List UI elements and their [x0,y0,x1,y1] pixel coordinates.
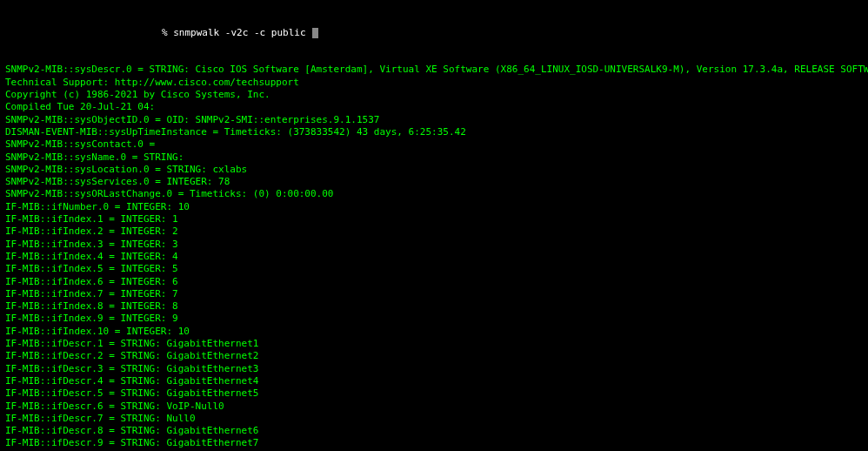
command-prompt-line: % snmpwalk -v2c -c public [5,27,863,39]
prompt-percent: % [162,27,168,38]
output-line: IF-MIB::ifIndex.6 = INTEGER: 6 [5,276,863,288]
output-line: SNMPv2-MIB::sysORLastChange.0 = Timetick… [5,188,863,200]
output-line: IF-MIB::ifDescr.2 = STRING: GigabitEther… [5,350,863,362]
output-line: IF-MIB::ifIndex.2 = INTEGER: 2 [5,226,863,238]
output-line: IF-MIB::ifDescr.5 = STRING: GigabitEther… [5,387,863,400]
command-text: snmpwalk -v2c -c public [173,27,311,38]
output-line: IF-MIB::ifDescr.6 = STRING: VoIP-Null0 [5,401,863,413]
output-line: SNMPv2-MIB::sysServices.0 = INTEGER: 78 [5,176,863,188]
output-line: IF-MIB::ifDescr.3 = STRING: GigabitEther… [5,363,863,375]
output-line: IF-MIB::ifDescr.8 = STRING: GigabitEther… [5,425,863,437]
terminal-output[interactable]: % snmpwalk -v2c -c public SNMPv2-MIB::sy… [5,2,863,449]
output-line: IF-MIB::ifDescr.7 = STRING: Null0 [5,413,863,425]
output-line: IF-MIB::ifIndex.7 = INTEGER: 7 [5,288,863,300]
output-line: SNMPv2-MIB::sysObjectID.0 = OID: SNMPv2-… [5,114,863,126]
output-line: SNMPv2-MIB::sysLocation.0 = STRING: cxla… [5,164,863,176]
output-line: SNMPv2-MIB::sysName.0 = STRING: [5,151,863,164]
output-line: IF-MIB::ifIndex.3 = INTEGER: 3 [5,239,863,251]
output-line: IF-MIB::ifIndex.4 = INTEGER: 4 [5,251,863,263]
output-line: SNMPv2-MIB::sysContact.0 = [5,138,863,151]
output-line: IF-MIB::ifIndex.1 = INTEGER: 1 [5,213,863,226]
output-line: IF-MIB::ifDescr.1 = STRING: GigabitEther… [5,338,863,350]
output-line: IF-MIB::ifIndex.5 = INTEGER: 5 [5,263,863,275]
output-line: Copyright (c) 1986-2021 by Cisco Systems… [5,89,863,101]
output-line: IF-MIB::ifDescr.9 = STRING: GigabitEther… [5,437,863,449]
output-lines-container: SNMPv2-MIB::sysDescr.0 = STRING: Cisco I… [5,64,863,451]
output-line: SNMPv2-MIB::sysDescr.0 = STRING: Cisco I… [5,64,863,76]
output-line: IF-MIB::ifDescr.4 = STRING: GigabitEther… [5,375,863,387]
output-line: Technical Support: http://www.cisco.com/… [5,77,863,89]
output-line: Compiled Tue 20-Jul-21 04: [5,101,863,113]
output-line: IF-MIB::ifIndex.10 = INTEGER: 10 [5,326,863,338]
output-line: IF-MIB::ifIndex.9 = INTEGER: 9 [5,313,863,325]
cursor-icon [312,28,318,38]
output-line: DISMAN-EVENT-MIB::sysUpTimeInstance = Ti… [5,126,863,138]
output-line: IF-MIB::ifIndex.8 = INTEGER: 8 [5,300,863,313]
output-line: IF-MIB::ifNumber.0 = INTEGER: 10 [5,201,863,213]
